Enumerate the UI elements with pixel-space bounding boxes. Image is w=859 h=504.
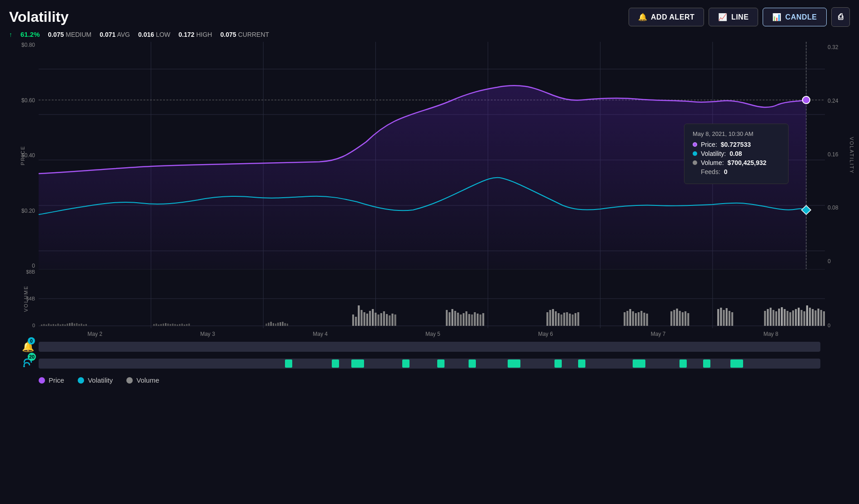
svg-rect-43: [83, 324, 85, 326]
svg-rect-152: [812, 309, 814, 326]
feed-marker-7: [508, 359, 520, 368]
svg-rect-151: [809, 308, 811, 326]
price-axis-label: PRICE: [20, 145, 25, 165]
svg-rect-47: [158, 324, 160, 326]
svg-rect-156: [823, 311, 825, 326]
svg-rect-145: [792, 310, 794, 326]
svg-rect-123: [673, 310, 675, 326]
svg-rect-26: [43, 324, 45, 326]
svg-rect-37: [69, 323, 70, 326]
alert-badge: 0: [28, 337, 35, 344]
svg-rect-150: [806, 305, 808, 326]
stat-low: 0.016 LOW: [138, 31, 170, 38]
feed-bar-track[interactable]: [39, 359, 820, 369]
svg-rect-93: [463, 313, 464, 326]
svg-rect-154: [818, 309, 819, 326]
svg-rect-50: [165, 323, 166, 326]
volatility-axis-label: VOLATILITY: [849, 137, 854, 174]
feed-marker-9: [578, 359, 585, 368]
svg-rect-69: [285, 323, 286, 326]
candle-button[interactable]: 📊 CANDLE: [763, 8, 826, 26]
svg-rect-77: [369, 311, 371, 326]
stat-current: 0.075 CURRENT: [220, 31, 269, 38]
svg-rect-130: [720, 308, 722, 326]
legend: Price Volatility Volume: [9, 376, 850, 384]
header: Volatility 🔔 ADD ALERT 📈 LINE 📊 CANDLE ⎙: [9, 7, 850, 27]
chart-wrapper: PRICE $0.80 $0.60 $0.40 $0.20 0: [9, 42, 850, 499]
feed-bar-icon: 20: [9, 356, 34, 371]
feed-marker-6: [469, 359, 476, 368]
svg-rect-42: [81, 324, 82, 326]
svg-rect-34: [62, 324, 63, 326]
alert-bar-track[interactable]: [39, 342, 820, 352]
share-button[interactable]: ⎙: [831, 7, 850, 27]
svg-rect-53: [172, 324, 173, 326]
svg-rect-103: [552, 309, 554, 326]
line-button[interactable]: 📈 LINE: [709, 8, 758, 26]
svg-rect-33: [60, 324, 61, 326]
stat-avg: 0.071 AVG: [100, 31, 130, 38]
add-alert-button[interactable]: 🔔 ADD ALERT: [629, 8, 704, 26]
header-buttons: 🔔 ADD ALERT 📈 LINE 📊 CANDLE ⎙: [629, 7, 850, 27]
svg-point-14: [803, 96, 810, 104]
svg-rect-133: [729, 311, 730, 326]
feed-marker-5: [437, 359, 444, 368]
svg-rect-80: [378, 314, 380, 326]
svg-rect-137: [769, 308, 771, 326]
svg-rect-96: [471, 314, 473, 326]
svg-rect-105: [558, 313, 559, 326]
svg-rect-76: [366, 314, 368, 326]
svg-rect-67: [280, 322, 281, 326]
svg-rect-122: [670, 311, 672, 326]
svg-rect-85: [391, 314, 393, 326]
bell-icon: 🔔: [638, 13, 648, 21]
svg-rect-153: [814, 310, 816, 326]
svg-rect-28: [48, 324, 50, 326]
svg-rect-49: [163, 324, 164, 326]
svg-rect-65: [275, 324, 276, 326]
svg-rect-112: [577, 312, 579, 326]
svg-rect-40: [76, 323, 77, 326]
svg-rect-141: [781, 307, 783, 326]
svg-rect-118: [638, 312, 639, 326]
svg-rect-54: [175, 324, 176, 326]
share-icon: ⎙: [838, 12, 844, 22]
svg-rect-99: [479, 314, 481, 326]
line-chart-icon: 📈: [718, 13, 728, 21]
y-axis-price: PRICE $0.80 $0.60 $0.40 $0.20 0: [9, 42, 39, 269]
svg-rect-90: [454, 311, 456, 326]
svg-rect-56: [179, 324, 180, 326]
svg-rect-101: [546, 312, 548, 326]
svg-rect-89: [451, 309, 453, 326]
svg-rect-73: [358, 305, 360, 326]
legend-volume: Volume: [126, 376, 159, 384]
svg-rect-39: [74, 324, 75, 326]
vol-y-axis-left: VOLUME $8B $4B 0: [9, 269, 39, 328]
legend-volume-dot: [126, 377, 133, 384]
svg-rect-87: [446, 310, 448, 326]
svg-rect-108: [566, 312, 568, 326]
trend-arrow: ↑: [9, 31, 12, 38]
svg-rect-83: [386, 314, 388, 326]
candle-chart-icon: 📊: [772, 13, 782, 21]
svg-rect-60: [189, 324, 190, 326]
svg-rect-119: [640, 311, 642, 326]
svg-rect-71: [352, 314, 354, 326]
svg-rect-74: [360, 310, 362, 326]
pct-change: 61.2%: [20, 30, 40, 38]
stats-bar: ↑ 61.2% 0.075 MEDIUM 0.071 AVG 0.016 LOW…: [9, 30, 850, 38]
svg-rect-120: [643, 313, 645, 326]
volume-section: VOLUME $8B $4B 0: [9, 269, 850, 328]
svg-rect-100: [482, 313, 484, 326]
svg-rect-109: [569, 314, 571, 326]
svg-rect-36: [67, 324, 68, 326]
svg-rect-31: [55, 324, 56, 326]
svg-point-157: [23, 365, 25, 367]
feed-marker-10: [633, 359, 645, 368]
feed-marker-2: [332, 359, 339, 368]
page-title: Volatility: [9, 9, 69, 25]
feed-marker-3: [351, 359, 364, 368]
svg-rect-86: [395, 314, 396, 326]
svg-rect-140: [778, 309, 780, 326]
svg-rect-79: [375, 313, 376, 326]
